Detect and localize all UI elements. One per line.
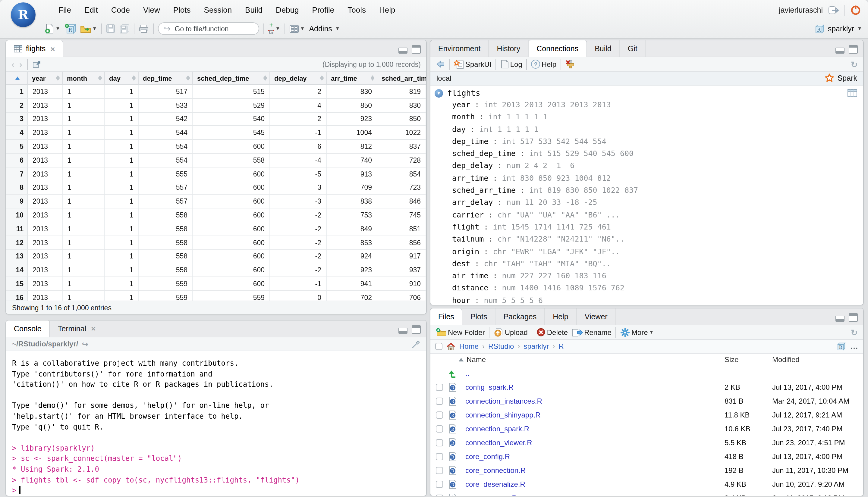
more-button[interactable]: More▼ (620, 327, 654, 337)
file-link[interactable]: connection_shinyapp.R (465, 411, 725, 419)
tab-environment[interactable]: Environment (430, 40, 489, 57)
log-button[interactable]: Log (501, 60, 522, 69)
new-file-button[interactable]: ▼ (45, 24, 60, 34)
minimize-pane-icon[interactable] (836, 316, 844, 322)
file-row[interactable]: Rcore_config.R418 BJul 13, 2017, 4:00 PM (430, 450, 863, 464)
file-row[interactable]: Rconnection_viewer.R5.5 KBJun 23, 2017, … (430, 436, 863, 450)
quit-session-icon[interactable] (851, 5, 861, 15)
breadcrumb-rstudio[interactable]: RStudio (488, 342, 514, 351)
open-directory-icon[interactable]: ↪ (82, 340, 88, 348)
back-icon[interactable] (436, 60, 445, 68)
disconnect-icon[interactable] (565, 60, 575, 69)
menu-help[interactable]: Help (373, 5, 402, 14)
version-control-button[interactable]: +—G ▼ (268, 23, 280, 34)
goto-file-input[interactable]: ↪ Go to file/function (158, 22, 259, 35)
upload-button[interactable]: Upload (494, 328, 528, 337)
close-tab-icon[interactable]: × (91, 324, 96, 333)
file-link[interactable]: connection_viewer.R (465, 439, 725, 447)
file-link[interactable]: connection_instances.R (465, 397, 725, 405)
modified-header[interactable]: Modified (772, 354, 800, 366)
select-all-checkbox[interactable] (435, 343, 443, 350)
close-tab-icon[interactable]: × (50, 44, 55, 53)
print-button[interactable] (139, 24, 149, 33)
console-prompt[interactable]: > (12, 485, 420, 496)
breadcrumb-sparklyr[interactable]: sparklyr (523, 342, 549, 351)
refresh-icon[interactable]: ↻ (851, 327, 858, 337)
new-project-button[interactable]: R (65, 24, 76, 34)
tab-files[interactable]: Files (430, 309, 463, 325)
console-output[interactable]: R is a collaborative project with many c… (6, 351, 426, 496)
menu-edit[interactable]: Edit (78, 5, 104, 14)
tab-flights[interactable]: flights × (6, 40, 64, 57)
column-header-dep_time[interactable]: dep_time (139, 72, 193, 84)
open-table-icon[interactable] (848, 89, 857, 97)
tab-help[interactable]: Help (545, 309, 576, 325)
sort-by-name-header[interactable]: Name (459, 354, 486, 366)
tab-viewer[interactable]: Viewer (577, 309, 616, 325)
rename-button[interactable]: Rename (572, 328, 612, 337)
maximize-pane-icon[interactable] (412, 45, 421, 54)
menu-file[interactable]: File (52, 5, 78, 14)
file-checkbox[interactable] (436, 383, 443, 391)
open-in-new-window-icon[interactable] (32, 60, 40, 68)
username[interactable]: javierluraschi (779, 6, 823, 14)
file-checkbox[interactable] (436, 411, 443, 419)
column-header-sched_dep_time[interactable]: sched_dep_time (193, 72, 270, 84)
file-row[interactable]: Rconnection_spark.R10.6 KBJul 23, 2017, … (430, 422, 863, 436)
project-selector[interactable]: R sparklyr▼ (815, 24, 862, 33)
column-header-sched_arr_time[interactable]: sched_arr_time (377, 72, 427, 84)
menu-view[interactable]: View (137, 5, 167, 14)
file-row[interactable]: Rconnection_shinyapp.R11.8 KBJul 12, 201… (430, 408, 863, 422)
addins-button[interactable]: Addins▼ (309, 24, 340, 33)
breadcrumb-home[interactable]: Home (459, 342, 479, 351)
column-header-day[interactable]: day (105, 72, 139, 84)
new-folder-button[interactable]: New Folder (436, 328, 485, 337)
file-link[interactable]: connection_spark.R (465, 425, 725, 433)
minimize-pane-icon[interactable] (398, 47, 407, 54)
file-link[interactable]: core_deserialize.R (465, 480, 725, 489)
workspace-panes-button[interactable]: ▼ (289, 24, 305, 33)
tab-console[interactable]: Console (6, 321, 50, 337)
file-checkbox[interactable] (436, 397, 443, 404)
forward-icon[interactable]: › (19, 60, 22, 69)
menu-debug[interactable]: Debug (269, 5, 306, 14)
file-checkbox[interactable] (436, 453, 443, 460)
file-checkbox[interactable] (436, 467, 443, 474)
menu-plots[interactable]: Plots (167, 5, 197, 14)
parent-directory-link[interactable]: .. (465, 369, 725, 378)
connection-row[interactable]: local Spark (430, 72, 863, 86)
help-button[interactable]: ? Help (531, 60, 556, 69)
file-link[interactable]: core_config.R (465, 452, 725, 461)
file-checkbox[interactable] (436, 439, 443, 446)
project-cube-icon[interactable]: R (837, 342, 846, 351)
file-checkbox[interactable] (436, 495, 443, 496)
object-row-flights[interactable]: ▼ flights (430, 86, 863, 99)
tab-build[interactable]: Build (587, 40, 620, 57)
minimize-pane-icon[interactable] (836, 47, 844, 54)
refresh-icon[interactable]: ↻ (851, 59, 858, 69)
size-header[interactable]: Size (725, 354, 739, 366)
tab-connections[interactable]: Connections (529, 40, 587, 57)
maximize-pane-icon[interactable] (849, 45, 858, 54)
more-columns-button[interactable]: ... (851, 342, 858, 351)
file-link[interactable]: config_spark.R (465, 383, 725, 391)
back-icon[interactable]: ‹ (12, 60, 14, 69)
parent-directory-row[interactable]: .. (430, 366, 863, 380)
tab-plots[interactable]: Plots (463, 309, 496, 325)
file-row[interactable]: Rconnection_instances.R831 BMar 24, 2017… (430, 394, 863, 408)
breadcrumb-r[interactable]: R (559, 342, 564, 351)
file-row[interactable]: Rcore_connection.R192 BJun 11, 2017, 10:… (430, 464, 863, 478)
menu-code[interactable]: Code (104, 5, 137, 14)
file-row[interactable]: Rcore_deserialize.R4.9 KBJun 10, 2017, 9… (430, 478, 863, 492)
open-file-button[interactable]: ▼ (80, 24, 97, 33)
maximize-pane-icon[interactable] (412, 325, 421, 334)
column-header-arr_time[interactable]: arr_time (327, 72, 377, 84)
home-icon[interactable] (446, 342, 456, 351)
minimize-pane-icon[interactable] (398, 328, 407, 334)
menu-build[interactable]: Build (238, 5, 269, 14)
file-link[interactable]: core_gateway.R (465, 494, 725, 496)
tab-terminal[interactable]: Terminal× (50, 321, 104, 337)
menu-tools[interactable]: Tools (341, 5, 373, 14)
file-checkbox[interactable] (436, 481, 443, 488)
save-all-button[interactable] (120, 24, 130, 33)
